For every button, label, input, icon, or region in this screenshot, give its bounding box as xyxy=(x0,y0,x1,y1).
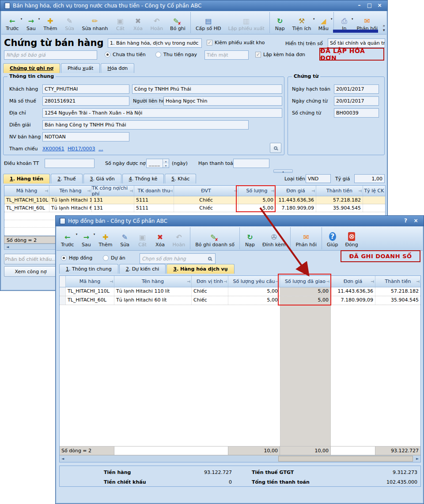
tab-other[interactable]: 5. Khác xyxy=(165,174,196,183)
tab-general-info[interactable]: 1. Thông tin chung xyxy=(59,264,118,274)
order-number-input[interactable]: Chọn số đơn hàng xyxy=(140,253,216,264)
toolbar-button[interactable]: ✎ Sửa xyxy=(116,227,134,249)
payment-terms-field[interactable] xyxy=(45,159,95,168)
table-row[interactable]: TL_HITACHI_60L Tủ lạnh Hitachi 60 lít 13… xyxy=(4,204,385,212)
toolbar-button[interactable]: ↶ Hoãn xyxy=(147,12,167,33)
column-header[interactable]: Mã hàng⊣ xyxy=(4,186,49,196)
toolbar-button[interactable]: ✎ Bỏ ghi doanh số xyxy=(192,227,238,249)
column-header[interactable]: Đơn giá⊣ xyxy=(276,186,316,196)
contact-field[interactable]: Hoàng Ngọc Thìn xyxy=(163,96,282,106)
view-debt-button[interactable]: Xem công nợ xyxy=(4,266,57,277)
quote-number-input[interactable]: Nhập số báo giá xyxy=(4,50,97,60)
column-header[interactable]: Đơn vị tính⊣ xyxy=(192,276,228,287)
tab-invoice[interactable]: Hóa đơn xyxy=(101,63,134,73)
toolbar-button[interactable]: ✖ Xóa xyxy=(151,227,169,249)
toolbar-button[interactable]: ✏ Sửa nhanh xyxy=(79,12,112,33)
magnifier-icon[interactable] xyxy=(208,257,212,260)
toolbar-button[interactable]: ↻ Nạp xyxy=(241,227,259,249)
toolbar-button[interactable]: ✎ Sửa xyxy=(61,12,79,33)
currency-field[interactable]: VND xyxy=(306,174,331,183)
spinner-down-icon[interactable]: ▾ xyxy=(163,164,169,168)
toolbar-button[interactable]: ▥ Lập phiếu xuất xyxy=(225,12,268,33)
titlebar[interactable]: Hợp đồng bán - Công ty Cổ phần ABC ? × xyxy=(56,216,424,226)
column-header[interactable]: Tên hàng⊣ xyxy=(114,276,192,287)
scrollbar-thumb[interactable] xyxy=(278,456,413,462)
project-radio[interactable]: Dự án xyxy=(103,255,125,261)
with-invoice-checkbox[interactable]: ✓ Lập kèm hóa đơn xyxy=(255,52,305,57)
delivery-note-checkbox[interactable]: ✓ Kiêm phiếu xuất kho xyxy=(207,40,265,46)
tab-statistics[interactable]: 4. Thống kê xyxy=(122,174,164,183)
toolbar-button[interactable]: ← Trước ▾ xyxy=(57,227,77,249)
tab-debit-voucher[interactable]: Chứng từ ghi nợ xyxy=(3,63,60,73)
collect-now-radio[interactable]: Thu tiền ngay xyxy=(155,52,197,57)
rate-field[interactable]: 1,00 xyxy=(354,174,385,183)
reference-link[interactable]: XK00061 xyxy=(42,146,64,152)
tab-expected-costs[interactable]: 2. Dự kiến chi xyxy=(119,264,166,274)
toolbar-button[interactable]: ▤ Cấp số HĐ xyxy=(192,12,225,33)
collapse-handle[interactable]: ▴ xyxy=(273,169,293,173)
toolbar-button[interactable]: ⚒ Tiện ích ▾ xyxy=(289,12,315,33)
doc-date-field[interactable]: 20/01/2017 xyxy=(334,96,379,106)
maximize-button[interactable]: □ xyxy=(365,2,374,9)
close-button[interactable]: × xyxy=(412,218,420,225)
seller-field[interactable]: NDTOAN xyxy=(42,132,129,141)
tab-items-amount[interactable]: 1. Hàng tiền xyxy=(3,174,50,183)
toolbar-button[interactable]: → Sau ▾ xyxy=(77,227,95,249)
credit-days-spinner[interactable]: ____ ▴▾ xyxy=(146,159,169,168)
memo-field[interactable]: Bán hàng Công ty TNHH Phú Thái xyxy=(42,120,249,130)
toolbar-button[interactable]: ⊗ Đóng xyxy=(342,227,362,249)
column-header[interactable]: Tên hàng⊣ xyxy=(49,186,92,196)
toolbar-button[interactable]: ✖ Xóa xyxy=(129,12,147,33)
column-header[interactable]: TK công nợ/chi phí⊣ xyxy=(92,186,134,196)
toolbar-button[interactable]: ▣ Cất xyxy=(134,227,151,249)
tax-code-field[interactable]: 2801516921 xyxy=(42,96,129,106)
column-header[interactable]: Thành tiền⊣ xyxy=(316,186,363,196)
column-header[interactable]: ĐVT⊣ xyxy=(174,186,238,196)
minimize-button[interactable]: – xyxy=(355,2,363,9)
close-button[interactable]: × xyxy=(375,2,384,9)
customer-code-field[interactable]: CTY_PHUTHAI xyxy=(42,84,129,94)
help-button[interactable]: ? xyxy=(401,218,410,225)
toolbar-button[interactable]: ✚ Thêm xyxy=(40,12,61,33)
due-date-field[interactable] xyxy=(233,159,269,168)
column-header[interactable]: TK doanh thu⊣ xyxy=(134,186,174,196)
scroll-left-icon[interactable]: ◄ xyxy=(60,457,66,461)
reference-link[interactable]: HĐ17/0003 xyxy=(68,146,95,152)
toolbar-button[interactable]: ✎ Bỏ ghi xyxy=(167,12,189,33)
toolbar-button[interactable]: ✉ Phản hồi xyxy=(292,227,320,249)
toolbar-button[interactable]: ↶ Hoãn xyxy=(169,227,189,249)
address-field[interactable]: 1254 Nguyễn Trãi - Thanh Xuân - Hà Nội xyxy=(42,108,282,118)
toolbar-button[interactable]: ◢ Mẫu ▾ xyxy=(314,12,332,33)
toolbar-overflow[interactable]: » ▾ xyxy=(382,23,385,32)
tab-tax[interactable]: 2. Thuế xyxy=(51,174,82,183)
table-row[interactable]: TL_HITACHI_110L Tủ lạnh Hitachi 110 lít … xyxy=(4,196,385,204)
tab-goods-services[interactable]: 3. Hàng hóa dịch vụ xyxy=(167,264,234,274)
toolbar-button[interactable]: ✇ Đính kèm xyxy=(259,227,289,249)
table-row[interactable]: TL_HITACHI_110L Tủ lạnh Hitachi 110 lít … xyxy=(60,287,420,296)
column-header-delivered-qty[interactable]: Số lượng đã giao⊣ xyxy=(280,276,331,287)
tab-cogs[interactable]: 3. Giá vốn xyxy=(83,174,121,183)
toolbar-button[interactable]: → Sau ▾ xyxy=(22,12,40,33)
scroll-left-icon[interactable]: ◄ xyxy=(4,245,11,249)
spinner-up-icon[interactable]: ▴ xyxy=(163,159,169,164)
toolbar-button[interactable]: ? Giúp xyxy=(323,227,342,249)
not-collected-radio[interactable]: Chưa thu tiền xyxy=(105,52,146,57)
column-header[interactable]: Đơn giá⊣ xyxy=(331,276,375,287)
show-on-book-combobox[interactable]: Sổ tài chính và quản trị xyxy=(328,38,385,48)
column-header[interactable]: Tỷ lệ CK xyxy=(363,186,385,196)
toolbar-button[interactable]: ↻ Nạp xyxy=(271,12,289,33)
posting-date-field[interactable]: 20/01/2017 xyxy=(334,84,379,94)
toolbar-button[interactable]: ▣ Cất xyxy=(111,12,129,33)
toolbar-button[interactable]: ← Trước ▾ xyxy=(2,12,22,33)
reference-link[interactable]: ... xyxy=(98,146,103,152)
doc-no-field[interactable]: BH00039 xyxy=(334,108,379,118)
column-header[interactable]: Thành tiền⊣ xyxy=(375,276,420,287)
titlebar[interactable]: Bán hàng hóa, dịch vụ trong nước chưa th… xyxy=(0,0,387,11)
toolbar-button[interactable]: ✚ Thêm xyxy=(95,227,116,249)
horizontal-scrollbar[interactable]: ◄ ► xyxy=(60,455,420,462)
contract-radio[interactable]: Hợp đồng xyxy=(61,255,92,261)
column-header[interactable]: Mã hàng⊣ xyxy=(66,276,114,287)
tab-delivery-note[interactable]: Phiếu xuất xyxy=(61,63,100,73)
column-header-quantity[interactable]: Số lượng⊣ xyxy=(238,186,276,196)
column-header[interactable]: Số lượng yêu cầu⊣ xyxy=(228,276,280,287)
